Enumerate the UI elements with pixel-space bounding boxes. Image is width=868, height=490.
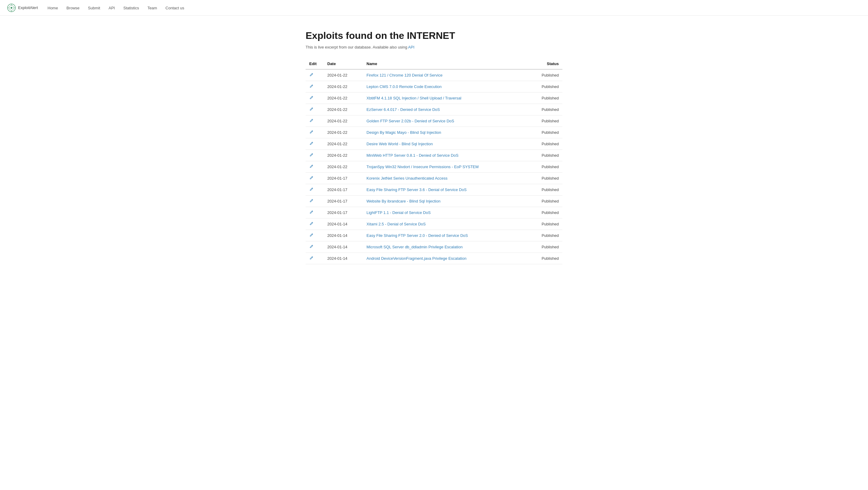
status-cell: Published	[526, 81, 562, 93]
name-cell: Desire Web World - Blind Sql Injection	[363, 138, 526, 150]
exploit-link[interactable]: MiniWeb HTTP Server 0.8.1 - Denied of Se…	[367, 153, 458, 158]
exploit-link[interactable]: EzServer 6.4.017 - Denied of Service DoS	[367, 107, 440, 112]
nav-link-browse[interactable]: Browse	[66, 6, 79, 10]
exploit-link[interactable]: Easy File Sharing FTP Server 2.0 - Denie…	[367, 233, 468, 238]
svg-line-11	[312, 120, 312, 120]
nav-link-home[interactable]: Home	[48, 6, 58, 10]
exploit-link[interactable]: Lepton CMS 7.0.0 Remote Code Execution	[367, 84, 441, 89]
nav-item-team[interactable]: Team	[147, 5, 157, 10]
edit-icon[interactable]	[309, 187, 313, 191]
status-cell: Published	[526, 218, 562, 230]
name-cell: Golden FTP Server 2.02b - Denied of Serv…	[363, 115, 526, 127]
exploit-link[interactable]: LightFTP 1.1 - Denial of Service DoS	[367, 210, 431, 215]
edit-icon[interactable]	[309, 221, 313, 226]
exploit-link[interactable]: Firefox 121 / Chrome 120 Denial Of Servi…	[367, 73, 442, 78]
date-cell: 2024-01-14	[324, 218, 363, 230]
edit-icon[interactable]	[309, 118, 313, 123]
nav-item-contact[interactable]: Contact us	[165, 5, 184, 10]
edit-icon[interactable]	[309, 153, 313, 157]
edit-cell	[306, 207, 324, 218]
edit-icon[interactable]	[309, 107, 313, 111]
nav-link-api[interactable]: API	[108, 6, 115, 10]
edit-icon[interactable]	[309, 233, 313, 237]
edit-icon[interactable]	[309, 198, 313, 203]
edit-cell	[306, 195, 324, 207]
svg-line-10	[312, 108, 312, 109]
nav-item-browse[interactable]: Browse	[66, 5, 79, 10]
nav-links: Home Browse Submit API Statistics Team C…	[48, 5, 184, 10]
exploit-link[interactable]: TrojanSpy Win32 Nivdort / Insecure Permi…	[367, 164, 478, 169]
col-header-date: Date	[324, 59, 363, 69]
nav-link-contact[interactable]: Contact us	[165, 6, 184, 10]
status-cell: Published	[526, 184, 562, 195]
nav-link-statistics[interactable]: Statistics	[123, 6, 139, 10]
table-row: 2024-01-17Korenix JetNet Series Unauthen…	[306, 173, 562, 184]
nav-link-team[interactable]: Team	[147, 6, 157, 10]
subtitle-text: This is live excerpt from our database. …	[306, 45, 408, 50]
edit-cell	[306, 138, 324, 150]
table-row: 2024-01-22MiniWeb HTTP Server 0.8.1 - De…	[306, 150, 562, 161]
table-row: 2024-01-17LightFTP 1.1 - Denial of Servi…	[306, 207, 562, 218]
edit-icon[interactable]	[309, 210, 313, 214]
date-cell: 2024-01-22	[324, 150, 363, 161]
svg-line-19	[312, 211, 312, 212]
table-row: 2024-01-14Microsoft SQL Server db_ddladm…	[306, 241, 562, 253]
svg-line-21	[312, 234, 312, 235]
edit-icon[interactable]	[309, 164, 313, 169]
table-body: 2024-01-22Firefox 121 / Chrome 120 Denia…	[306, 69, 562, 264]
date-cell: 2024-01-22	[324, 69, 363, 81]
nav-item-home[interactable]: Home	[48, 5, 58, 10]
edit-icon[interactable]	[309, 176, 313, 180]
name-cell: Korenix JetNet Series Unauthenticated Ac…	[363, 173, 526, 184]
exploit-link[interactable]: Microsoft SQL Server db_ddladmin Privile…	[367, 245, 463, 249]
exploit-link[interactable]: Desire Web World - Blind Sql Injection	[367, 142, 433, 146]
nav-link-submit[interactable]: Submit	[88, 6, 100, 10]
api-link[interactable]: API	[408, 45, 414, 50]
edit-cell	[306, 173, 324, 184]
exploit-link[interactable]: Website By ibrandcare - Blind Sql Inject…	[367, 199, 440, 204]
brand[interactable]: ExploitAlert	[7, 4, 38, 12]
name-cell: Easy File Sharing FTP Server 2.0 - Denie…	[363, 230, 526, 241]
exploit-link[interactable]: Android DeviceVersionFragment.java Privi…	[367, 256, 467, 261]
nav-item-statistics[interactable]: Statistics	[123, 5, 139, 10]
edit-icon[interactable]	[309, 95, 313, 100]
date-cell: 2024-01-22	[324, 138, 363, 150]
date-cell: 2024-01-14	[324, 253, 363, 264]
svg-line-18	[312, 200, 312, 201]
svg-line-17	[312, 188, 312, 189]
table-row: 2024-01-14Android DeviceVersionFragment.…	[306, 253, 562, 264]
exploit-link[interactable]: Design By Magic Mayo - Blind Sql Injecti…	[367, 130, 441, 135]
edit-icon[interactable]	[309, 244, 313, 249]
edit-cell	[306, 81, 324, 93]
date-cell: 2024-01-14	[324, 241, 363, 253]
exploit-link[interactable]: XbtitFM 4.1.18 SQL Injection / Shell Upl…	[367, 96, 461, 100]
table-row: 2024-01-22EzServer 6.4.017 - Denied of S…	[306, 104, 562, 115]
edit-cell	[306, 241, 324, 253]
edit-icon[interactable]	[309, 84, 313, 88]
date-cell: 2024-01-22	[324, 161, 363, 173]
date-cell: 2024-01-22	[324, 127, 363, 138]
svg-line-8	[312, 85, 312, 86]
status-cell: Published	[526, 115, 562, 127]
table-row: 2024-01-22TrojanSpy Win32 Nivdort / Inse…	[306, 161, 562, 173]
date-cell: 2024-01-22	[324, 81, 363, 93]
edit-cell	[306, 104, 324, 115]
status-cell: Published	[526, 253, 562, 264]
nav-item-api[interactable]: API	[108, 5, 115, 10]
status-cell: Published	[526, 230, 562, 241]
table-row: 2024-01-17Website By ibrandcare - Blind …	[306, 195, 562, 207]
nav-item-submit[interactable]: Submit	[88, 5, 100, 10]
exploit-link[interactable]: Golden FTP Server 2.02b - Denied of Serv…	[367, 119, 454, 123]
edit-icon[interactable]	[309, 73, 313, 77]
edit-icon[interactable]	[309, 141, 313, 146]
name-cell: Firefox 121 / Chrome 120 Denial Of Servi…	[363, 69, 526, 81]
exploit-link[interactable]: Easy File Sharing FTP Server 3.6 - Denia…	[367, 187, 467, 192]
date-cell: 2024-01-14	[324, 230, 363, 241]
edit-cell	[306, 218, 324, 230]
edit-cell	[306, 127, 324, 138]
edit-icon[interactable]	[309, 256, 313, 260]
edit-icon[interactable]	[309, 130, 313, 134]
exploit-link[interactable]: Korenix JetNet Series Unauthenticated Ac…	[367, 176, 447, 181]
exploit-link[interactable]: Xitami 2.5 - Denial of Service DoS	[367, 222, 426, 226]
svg-line-13	[312, 143, 312, 143]
